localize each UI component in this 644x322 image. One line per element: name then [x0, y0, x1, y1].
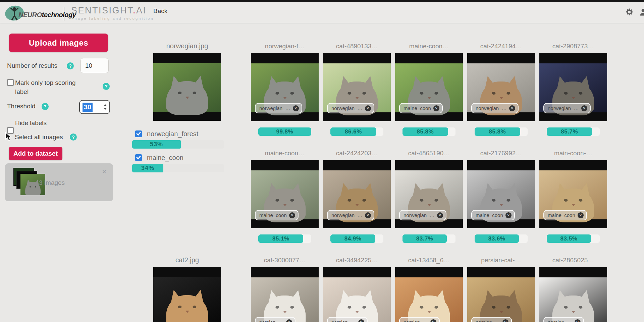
account-icon-partial[interactable] [639, 7, 644, 17]
similarity-score: 83.6% [488, 235, 505, 242]
remove-label-icon[interactable]: × [581, 105, 587, 111]
threshold-input[interactable]: 30 [79, 100, 110, 114]
remove-label-icon[interactable]: × [430, 319, 436, 322]
select-all-images-link[interactable]: Select all images [15, 133, 63, 141]
result-filename: cat-3000077… [251, 253, 319, 267]
similarity-score: 85.7% [561, 128, 578, 135]
number-of-results-input[interactable]: 10 [80, 58, 109, 73]
threshold-stepper[interactable] [104, 104, 107, 110]
result-image[interactable]: persian_…× [467, 267, 535, 322]
label-tag[interactable]: persian_…× [255, 317, 296, 322]
similarity-score-fill: 85.8% [475, 127, 520, 136]
result-tile: cat-2865025… persian_…× [539, 253, 607, 322]
result-image[interactable]: persian_…× [539, 267, 607, 322]
cat-photo [539, 277, 607, 322]
label-tag[interactable]: norwegian_…× [327, 210, 374, 220]
result-image[interactable]: persian_…× [395, 267, 463, 322]
result-image[interactable]: norwegian_…× [323, 53, 391, 121]
label-score-fill: 53% [132, 140, 181, 149]
label-tag[interactable]: maine_coon× [471, 210, 515, 220]
remove-label-icon[interactable]: × [286, 319, 292, 322]
label-tag[interactable]: norwegian_…× [255, 103, 302, 113]
result-filename: cat-4865190… [395, 146, 463, 160]
result-image[interactable]: persian_…× [251, 267, 319, 322]
result-image[interactable]: norwegian_…× [539, 53, 607, 121]
upload-images-button[interactable]: Upload images [9, 34, 108, 52]
result-image[interactable]: norwegian_…× [251, 53, 319, 121]
back-button[interactable]: Back [153, 7, 167, 15]
label-tag[interactable]: persian_…× [399, 317, 440, 322]
label-tag[interactable]: norwegian_…× [471, 103, 519, 113]
result-image[interactable]: norwegian_…× [467, 53, 535, 121]
result-filename: cat-2176992… [467, 146, 535, 160]
similarity-score: 83.7% [416, 235, 433, 242]
help-icon[interactable]: ? [70, 133, 77, 141]
remove-label-icon[interactable]: × [575, 319, 581, 322]
help-icon[interactable]: ? [103, 83, 110, 90]
label-tag[interactable]: maine_coon× [255, 210, 299, 220]
similarity-score-fill: 83.6% [475, 234, 519, 243]
stepper-up-icon[interactable] [104, 104, 107, 106]
cat-illustration [166, 290, 208, 322]
result-filename: cat-13458_6… [395, 253, 463, 267]
result-filename: maine-coon… [395, 39, 463, 53]
label-tag-text: norwegian_… [404, 212, 435, 218]
result-image[interactable]: maine_coon× [467, 160, 535, 228]
similarity-score-bar: 99.8% [258, 127, 311, 136]
remove-label-icon[interactable]: × [365, 105, 371, 111]
remove-label-icon[interactable]: × [433, 105, 439, 111]
label-checkbox[interactable] [135, 130, 142, 137]
label-tag-text: persian_… [404, 319, 428, 322]
result-image[interactable]: norwegian_…× [323, 160, 391, 228]
label-checkbox[interactable] [135, 154, 142, 161]
query-filename: norwegian.jpg [153, 39, 221, 53]
uploaded-images-card[interactable]: 3 images × [5, 163, 113, 201]
result-tile: cat-2424194… norwegian_…× 85.8% [467, 39, 535, 146]
similarity-score-fill: 85.7% [547, 127, 592, 136]
remove-label-icon[interactable]: × [502, 319, 508, 322]
add-to-dataset-button[interactable]: Add to dataset [9, 147, 62, 160]
remove-label-icon[interactable]: × [289, 212, 295, 218]
label-tag[interactable]: persian_…× [471, 317, 512, 322]
remove-label-icon[interactable]: × [293, 105, 299, 111]
result-filename: cat-2908773… [539, 39, 607, 53]
result-image[interactable]: persian_…× [323, 267, 391, 322]
label-tag[interactable]: maine_coon× [543, 210, 587, 220]
cat-illustration [166, 76, 208, 115]
similarity-score-fill: 84.9% [330, 234, 375, 243]
remove-label-icon[interactable]: × [578, 212, 584, 218]
label-tag[interactable]: norwegian_…× [327, 103, 374, 113]
help-icon[interactable]: ? [42, 103, 49, 110]
threshold-label: Threshold [7, 103, 36, 110]
mark-top-scoring-checkbox[interactable] [7, 79, 14, 86]
remove-label-icon[interactable]: × [437, 212, 443, 218]
result-image[interactable]: norwegian_…× [395, 160, 463, 228]
similarity-score: 85.8% [417, 128, 434, 135]
label-tag[interactable]: persian_…× [543, 317, 584, 322]
label-tag[interactable]: maine_coon× [399, 103, 443, 113]
label-tag-text: persian_… [476, 319, 500, 322]
remove-label-icon[interactable]: × [365, 212, 371, 218]
query-image[interactable] [153, 267, 221, 322]
close-icon[interactable]: × [102, 168, 106, 175]
remove-label-icon[interactable]: × [358, 319, 364, 322]
similarity-score: 86.6% [345, 128, 362, 135]
result-image[interactable]: maine_coon× [539, 160, 607, 228]
result-image[interactable]: maine_coon× [251, 160, 319, 228]
label-tag-text: norwegian_… [476, 105, 507, 111]
query-image[interactable] [153, 53, 221, 121]
help-icon[interactable]: ? [67, 62, 74, 69]
label-score-percent: 53% [150, 141, 163, 148]
label-tag[interactable]: persian_…× [327, 317, 368, 322]
result-image[interactable]: maine_coon× [395, 53, 463, 121]
remove-label-icon[interactable]: × [509, 105, 515, 111]
cat-photo [153, 277, 221, 322]
gear-icon[interactable] [625, 7, 634, 17]
remove-label-icon[interactable]: × [505, 212, 512, 218]
app-title: SENTISIGHT.AI [71, 5, 147, 16]
brand-name: NEUROtechnology [18, 11, 76, 19]
label-tag[interactable]: norwegian_…× [399, 210, 446, 220]
result-tile: cat-2424203… norwegian_…× 84.9% [323, 146, 391, 253]
stepper-down-icon[interactable] [104, 108, 107, 110]
label-tag[interactable]: norwegian_…× [543, 103, 591, 113]
